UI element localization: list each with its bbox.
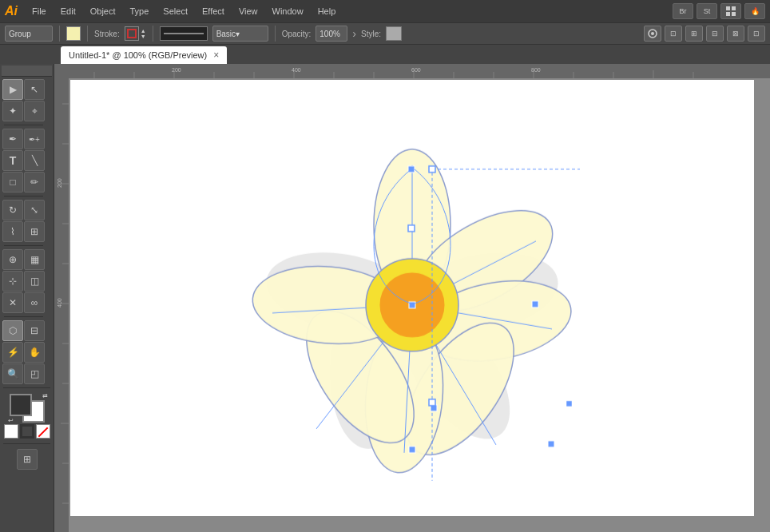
tool-live-paint[interactable]: ⬡: [2, 320, 23, 341]
tool-grid: ▶ ↖ ✦ ⌖ ✒ ✒+ T ╲ □ ✏ ↻ ⤡ ⌇ ⊞: [2, 78, 52, 385]
divider-2: [87, 26, 88, 42]
tool-sep-2: [4, 196, 43, 197]
stock-icon[interactable]: St: [697, 3, 717, 19]
menu-window[interactable]: Window: [266, 5, 310, 18]
tab-title: Untitled-1* @ 100% (RGB/Preview): [69, 50, 207, 60]
stroke-spinners[interactable]: ▲ ▼: [141, 28, 146, 39]
menu-file[interactable]: File: [26, 5, 53, 18]
main-area: ▶ ↖ ✦ ⌖ ✒ ✒+ T ╲ □ ✏ ↻ ⤡ ⌇ ⊞: [0, 64, 770, 532]
divider-1: [59, 26, 60, 42]
menu-help[interactable]: Help: [312, 5, 343, 18]
arrange-icon-3[interactable]: ⊟: [706, 26, 724, 42]
svg-rect-78: [429, 399, 435, 406]
menu-bar: Ai File Edit Object Type Select Effect V…: [0, 0, 770, 22]
stroke-control: ▲ ▼: [125, 26, 146, 41]
view-mode-section: ⊞: [2, 446, 52, 473]
bottom-sep: [3, 443, 50, 444]
tool-slice[interactable]: ⚡: [2, 342, 23, 363]
ruler-horizontal: 200 400 600 800: [54, 64, 770, 78]
svg-text:200: 200: [172, 67, 181, 73]
tool-column-graph[interactable]: ▦: [24, 249, 45, 270]
divider-4: [275, 26, 276, 42]
tool-pencil[interactable]: ✏: [24, 172, 45, 193]
fill-mode-btn[interactable]: [4, 424, 18, 439]
fill-stroke-none-swatches: [4, 424, 50, 439]
tool-add-anchor[interactable]: ✒+: [24, 129, 45, 149]
tool-sep-4: [4, 316, 43, 317]
tool-direct-select[interactable]: ↖: [24, 79, 45, 100]
none-mode-btn[interactable]: [36, 424, 50, 439]
svg-rect-64: [532, 301, 538, 308]
svg-rect-27: [54, 64, 69, 532]
svg-text:200: 200: [57, 178, 62, 188]
default-colors-btn[interactable]: ↩: [8, 417, 14, 424]
tool-blend[interactable]: ∞: [24, 292, 45, 313]
opacity-value[interactable]: 100%: [316, 26, 347, 42]
menu-effect[interactable]: Effect: [196, 5, 231, 18]
tool-mesh[interactable]: ⊹: [2, 271, 23, 292]
tool-rectangle[interactable]: □: [2, 172, 23, 193]
menu-edit[interactable]: Edit: [54, 5, 82, 18]
style-dropdown[interactable]: Basic▾: [212, 26, 268, 42]
app-logo: Ai: [5, 4, 18, 18]
tool-artboard[interactable]: ◰: [24, 363, 45, 384]
tool-eyedropper[interactable]: ✕: [2, 292, 23, 313]
tab-close-button[interactable]: ×: [213, 50, 219, 60]
menu-type[interactable]: Type: [124, 5, 156, 18]
flower-illustration[interactable]: [244, 129, 580, 481]
document-tab[interactable]: Untitled-1* @ 100% (RGB/Preview) ×: [61, 46, 227, 64]
stroke-swatch[interactable]: [125, 26, 139, 41]
svg-text:400: 400: [57, 298, 62, 308]
arrange-icon-1[interactable]: ⊡: [665, 26, 682, 42]
tool-rotate[interactable]: ↻: [2, 200, 23, 220]
tool-hand[interactable]: ✋: [24, 342, 45, 363]
color-sep: [3, 387, 50, 388]
svg-text:800: 800: [531, 67, 541, 73]
tool-scale[interactable]: ⤡: [24, 200, 45, 220]
change-screen-mode-btn[interactable]: ⊞: [17, 449, 38, 470]
svg-point-5: [651, 32, 654, 35]
ruler-vertical: 200 400: [54, 64, 69, 532]
align-icon-1[interactable]: [644, 26, 661, 42]
tool-perspective[interactable]: ⊟: [24, 320, 45, 341]
grid-icon[interactable]: [720, 3, 741, 19]
stroke-mode-btn[interactable]: [20, 424, 34, 439]
flame-icon[interactable]: 🔥: [744, 3, 765, 19]
distribute-icon[interactable]: ⊡: [748, 26, 765, 42]
svg-rect-69: [548, 441, 554, 447]
align-icon-2[interactable]: ⊠: [727, 26, 744, 42]
menu-select[interactable]: Select: [157, 5, 194, 18]
tool-pen[interactable]: ✒: [2, 129, 23, 149]
swap-colors-btn[interactable]: ⇄: [42, 392, 48, 399]
stroke-dash-selector[interactable]: [160, 26, 208, 41]
tool-symbol-spray[interactable]: ⊕: [2, 249, 23, 270]
svg-text:400: 400: [292, 67, 301, 73]
tool-sep-3: [4, 245, 43, 246]
opacity-label: Opacity:: [282, 30, 312, 38]
foreground-color-swatch[interactable]: [10, 394, 32, 416]
opacity-expand[interactable]: ›: [352, 27, 356, 40]
artboard: [70, 80, 754, 516]
bridge-icon[interactable]: Br: [673, 3, 693, 19]
menu-view[interactable]: View: [232, 5, 264, 18]
tool-select[interactable]: ▶: [2, 79, 23, 100]
svg-rect-3: [732, 12, 736, 16]
tool-free-transform[interactable]: ⊞: [24, 221, 45, 242]
svg-rect-72: [429, 166, 435, 173]
tool-warp[interactable]: ⌇: [2, 221, 23, 242]
tool-zoom[interactable]: 🔍: [2, 363, 23, 384]
tool-type[interactable]: T: [2, 150, 23, 171]
arrange-icon-2[interactable]: ⊞: [685, 26, 703, 42]
tool-gradient[interactable]: ◫: [24, 271, 45, 292]
tab-bar: Untitled-1* @ 100% (RGB/Preview) ×: [0, 45, 770, 64]
stroke-label: Stroke:: [94, 30, 120, 38]
style-swatch[interactable]: [386, 26, 402, 41]
tool-lasso[interactable]: ⌖: [24, 101, 45, 121]
tool-magic-wand[interactable]: ✦: [2, 101, 23, 121]
tool-line[interactable]: ╲: [24, 150, 45, 171]
app-switcher: Br St 🔥: [673, 3, 765, 19]
group-indicator: Group: [5, 26, 53, 42]
canvas-area[interactable]: 200 400 600 800: [54, 64, 770, 532]
fill-swatch[interactable]: [66, 26, 81, 41]
menu-object[interactable]: Object: [84, 5, 122, 18]
